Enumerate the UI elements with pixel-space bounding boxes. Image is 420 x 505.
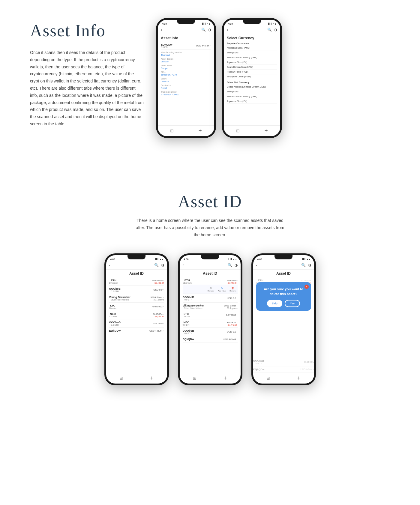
spacer-2 [0, 168, 420, 186]
list-item-ooobob-4a[interactable]: OOOboB0.0 ETH USD 0.0 › [183, 294, 238, 303]
swipe-row-content: ETHEthereum 0.050020-$3,453.64 [183, 277, 238, 285]
phone-notch-5 [274, 255, 292, 259]
list-item-viking-4[interactable]: Viking BerserkerSilver Hobo Nickels 9999… [183, 303, 238, 311]
metal-label: Asset metal: [161, 64, 211, 67]
battery-icon-4: ▮ [236, 258, 236, 260]
spacer-1 [0, 150, 420, 168]
search-icon-5[interactable]: 🔍 [301, 263, 306, 267]
currency-rub[interactable]: Russian Ruble (RUB) [227, 70, 277, 74]
other-currencies-title: Other Fiat Currency [227, 81, 277, 84]
back-arrow-4[interactable]: ‹ [183, 263, 184, 268]
status-icons-3: ▌▌▌ ▲ ▮ [155, 258, 163, 260]
phone-content-5: Asset ID ETHEthereum 0.050020-$3,453.64 … [253, 270, 314, 358]
status-icons-2: ▌▌▌ ▲ ▮ [268, 23, 276, 25]
wifi-icon-3: ▲ [160, 258, 161, 260]
asset-info-text-block: Asset Info Once it scans then it sees th… [30, 18, 144, 128]
search-icon-2[interactable]: 🔍 [267, 28, 272, 32]
back-arrow-1[interactable]: ‹ [161, 28, 162, 32]
list-item-ooobob-4b[interactable]: OOOboB0.0 ETH USD 0.0 › [183, 328, 238, 336]
search-icon-1[interactable]: 🔍 [201, 28, 206, 32]
sku-value: 680666477979 [161, 73, 211, 76]
modal-close-button[interactable]: ✕ [304, 285, 309, 289]
battery-icon-5: ▮ [309, 258, 310, 260]
currency-krw[interactable]: South Korean Won (KRW) [227, 65, 277, 70]
signal-icon-2: ▌▌▌ [268, 23, 272, 25]
currency-aed[interactable]: United Arabian Emirates Dirham (AED) [227, 85, 277, 89]
asset-info-phones: 4:20 ▌▌▌ ▲ ▮ ‹ 🔍 ◑ Asset info [156, 18, 282, 138]
list-item-viking[interactable]: Viking BerserkerSilver Hobo Nickels 9999… [109, 294, 164, 303]
skip-button[interactable]: Skip [267, 300, 282, 307]
theme-icon-5[interactable]: ◑ [308, 263, 311, 267]
phone-asset-id-list: 4:00 ▌▌▌ ▲ ▮ ‹ 🔍 ◑ Asset ID [104, 253, 169, 385]
currency-gbp-1[interactable]: Britthish Pound Sterling (GBP) [227, 55, 277, 60]
currency-jpy-2[interactable]: Japanese Yen (JPY) [227, 99, 277, 104]
tab-add-icon-3[interactable]: + [150, 375, 153, 382]
currency-gbp-2[interactable]: Britthish Pound Sterling (GBP) [227, 94, 277, 99]
phone-asset-id-delete: 4:00 ▌▌▌ ▲ ▮ ‹ 🔍 ◑ Asset ID [251, 253, 316, 385]
list-item-eth[interactable]: ETHEthereum 0.050020 ›-$3,453.64 [109, 277, 164, 286]
list-item-ooobob-1[interactable]: OOOboB0.0 ETH USD 0.0 › [109, 286, 164, 294]
phone-notch-2 [243, 20, 261, 24]
theme-icon-1[interactable]: ◑ [208, 28, 211, 32]
tab-home-icon-3[interactable]: ⊞ [119, 376, 123, 381]
currency-sgd[interactable]: Singapore Dollar (SGD) [227, 74, 277, 79]
signal-icon-3: ▌▌▌ [155, 258, 159, 260]
tab-add-icon-4[interactable]: + [224, 375, 227, 382]
phone-screen-4: 4:00 ▌▌▌ ▲ ▮ ‹ 🔍 ◑ Asset ID [180, 255, 241, 384]
currency-eur-2[interactable]: Euro (EUR) [227, 89, 277, 94]
nav-icons-3: 🔍 ◑ [154, 263, 164, 267]
asset-id-phones: 4:00 ▌▌▌ ▲ ▮ ‹ 🔍 ◑ Asset ID [30, 253, 390, 385]
phone-content-4: Asset ID ETHEthereum 0.050020-$3,453.64 … [180, 270, 241, 373]
theme-icon-2[interactable]: ◑ [274, 28, 277, 32]
phone-select-currency: 4:20 ▌▌▌ ▲ ▮ ‹ 🔍 ◑ Select Currency [222, 18, 282, 138]
back-arrow-2[interactable]: ‹ [227, 28, 228, 32]
phone-content-3: Asset ID ETHEthereum 0.050020 ›-$3,453.6… [106, 270, 167, 373]
theme-icon-4[interactable]: ◑ [235, 263, 238, 267]
yes-button[interactable]: Yes [285, 300, 300, 307]
tab-home-icon-2[interactable]: ⊞ [236, 128, 240, 133]
phone-notch-4 [201, 255, 219, 259]
wifi-icon: ▲ [207, 23, 208, 25]
list-item-eqkqdw-5: EQkQDw USD 445.44 › [253, 366, 314, 373]
rename-button[interactable]: ✏ Rename [206, 286, 216, 292]
signal-icon-5: ▌▌▌ [302, 258, 306, 260]
status-icons-1: ▌▌▌ ▲ ▮ [202, 23, 210, 25]
add-value-button[interactable]: $ Add value [217, 286, 227, 292]
currency-jpy-1[interactable]: Japanese Yen (JPY) [227, 60, 277, 65]
mfg-label: Manufacturing location: [161, 51, 211, 53]
signal-icon-4: ▌▌▌ [229, 258, 232, 260]
search-icon-3[interactable]: 🔍 [154, 263, 159, 267]
tab-home-icon-4[interactable]: ⊞ [193, 376, 196, 381]
currency-eur-1[interactable]: Euro (EUR) [227, 50, 277, 55]
phone-nav-4: ‹ 🔍 ◑ [180, 261, 241, 270]
asset-value-1: USD 445.44 › [196, 44, 212, 47]
list-item-ooobob-2[interactable]: OOOboB0.0 ETH USD 0.0 › [109, 319, 164, 328]
swipe-actions-bar: ✏ Rename $ Add value 🗑 Remove [183, 285, 238, 294]
batch-label: Batch: [161, 78, 211, 80]
wifi-icon-4: ▲ [233, 258, 235, 260]
list-item-eqkqdw[interactable]: EQkQDw USD 445.44 › [109, 328, 164, 334]
remove-icon: 🗑 [231, 286, 234, 290]
remove-button[interactable]: 🗑 Remove [228, 286, 237, 292]
tab-add-icon[interactable]: + [199, 127, 202, 134]
tab-home-icon-5[interactable]: ⊞ [266, 376, 270, 381]
rename-icon: ✏ [210, 286, 212, 290]
list-item-ltc[interactable]: LTCLitecoin 0.075962 › [109, 303, 164, 311]
section-asset-id: Asset ID There is a home screen where th… [0, 186, 420, 397]
tab-add-icon-2[interactable]: + [265, 127, 268, 134]
tab-home-icon[interactable]: ⊞ [170, 128, 174, 133]
list-item-neo[interactable]: NEO0.0 ETH 3L45834 ›-$1,442.36 [109, 311, 164, 319]
theme-icon-3[interactable]: ◑ [161, 263, 164, 267]
sku-label: SKU: [161, 71, 211, 73]
phone-nav-2: ‹ 🔍 ◑ [224, 26, 280, 34]
currency-aud[interactable]: Australian Dollar (AUD) [227, 46, 277, 50]
list-item-eqkqdw-4[interactable]: EQkQDw USD 445.44 › [183, 336, 238, 342]
asset-main-row[interactable]: EQkQDw 0.0 ETH USD 445.44 › [161, 42, 211, 50]
back-arrow-5[interactable]: ‹ [256, 263, 258, 268]
section-asset-info: Asset Info Once it scans then it sees th… [0, 0, 420, 150]
search-icon-4[interactable]: 🔍 [228, 263, 232, 267]
tab-add-icon-5[interactable]: + [297, 375, 300, 382]
list-item-neo-4[interactable]: NEO0.0 ETH 3L45834 ›-$1,442.36 [183, 319, 238, 328]
list-item-ltc-4[interactable]: LTCLitecoin 0.075962 › [183, 311, 238, 319]
back-arrow-3[interactable]: ‹ [109, 263, 111, 268]
